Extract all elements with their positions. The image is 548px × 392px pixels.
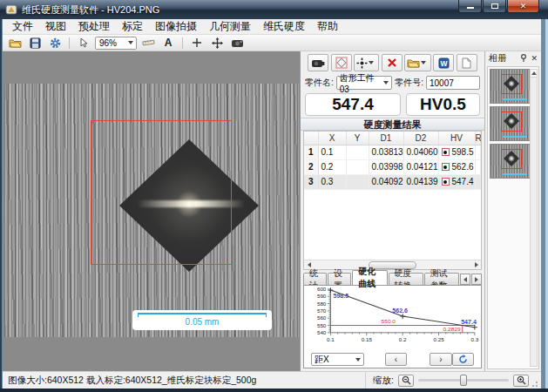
zoom-out-button[interactable] bbox=[398, 375, 414, 387]
part-name-select[interactable]: 齿形工件03 bbox=[336, 76, 392, 90]
thumb-scale-bar bbox=[503, 136, 527, 138]
column-header[interactable] bbox=[304, 132, 318, 145]
svg-text:547.4: 547.4 bbox=[461, 319, 477, 325]
save-button[interactable] bbox=[26, 36, 44, 51]
indent-marker-icon bbox=[442, 178, 450, 186]
select-cursor-button[interactable] bbox=[75, 36, 92, 51]
export-word-button[interactable]: W bbox=[433, 54, 454, 71]
thumb-roi-box bbox=[501, 149, 522, 169]
measurement-roi-box[interactable] bbox=[91, 120, 232, 265]
album-thumbnail[interactable] bbox=[490, 106, 531, 141]
maximize-button[interactable] bbox=[483, 0, 506, 13]
new-report-button[interactable] bbox=[457, 54, 477, 71]
zoom-select[interactable]: 96% bbox=[95, 37, 137, 50]
zoom-slider-thumb[interactable] bbox=[460, 375, 467, 386]
album-scrollbar[interactable] bbox=[530, 69, 538, 367]
album-thumbnail[interactable] bbox=[490, 144, 531, 179]
open-report-button[interactable] bbox=[404, 54, 431, 71]
delete-point-button[interactable] bbox=[382, 54, 403, 71]
open-file-button[interactable] bbox=[6, 36, 24, 51]
tab-scroll-left[interactable] bbox=[463, 277, 467, 282]
indent-marker-icon bbox=[442, 148, 450, 156]
cell-hv: 598.5 bbox=[438, 145, 475, 159]
rp-checkbox[interactable] bbox=[482, 177, 483, 186]
axis-select[interactable]: 距X bbox=[311, 353, 364, 366]
cell-d1: 0.04092 bbox=[369, 174, 403, 189]
menu-item-calibrate[interactable]: 标定 bbox=[116, 18, 149, 35]
table-row[interactable]: 30.30.040920.04139547.4 bbox=[304, 174, 481, 189]
column-header[interactable]: HV bbox=[438, 132, 475, 145]
svg-text:0.2: 0.2 bbox=[399, 337, 407, 343]
cell-x: 0.2 bbox=[318, 159, 346, 174]
indent-marker-icon bbox=[442, 163, 450, 171]
menu-item-preprocess[interactable]: 预处理 bbox=[72, 18, 116, 35]
cell-d2: 0.04121 bbox=[403, 159, 438, 174]
refresh-chart-button[interactable] bbox=[452, 353, 474, 366]
title-bar[interactable]: 维氏硬度测量软件 - HV204.PNG ✕ bbox=[0, 0, 548, 19]
tab-scroll-right-button[interactable] bbox=[471, 274, 482, 285]
main-toolbar: 96% A bbox=[3, 35, 541, 51]
zoom-in-button[interactable] bbox=[513, 375, 529, 387]
zoom-control: 缩放: bbox=[365, 372, 541, 389]
svg-text:550.0: 550.0 bbox=[382, 318, 396, 324]
column-header[interactable]: X bbox=[318, 132, 346, 145]
column-header[interactable]: D1 bbox=[369, 132, 403, 145]
column-header[interactable]: RP bbox=[475, 132, 481, 145]
text-annotation-button[interactable]: A bbox=[159, 36, 177, 51]
tab-settings[interactable]: 设置 bbox=[328, 273, 351, 285]
menu-item-image-capture[interactable]: 图像拍摄 bbox=[149, 18, 203, 35]
zoom-slider[interactable] bbox=[418, 379, 509, 382]
svg-text:562.6: 562.6 bbox=[392, 308, 408, 314]
hardening-curve-page: 5405505605705805906000.10.150.20.250.355… bbox=[303, 285, 482, 368]
next-point-button[interactable]: › bbox=[430, 353, 451, 366]
rp-checkbox[interactable] bbox=[482, 162, 483, 172]
menu-item-view[interactable]: 视图 bbox=[39, 18, 72, 35]
svg-text:570: 570 bbox=[317, 308, 327, 314]
rp-checkbox[interactable] bbox=[482, 147, 483, 157]
part-number-input[interactable] bbox=[426, 76, 480, 90]
table-row[interactable]: 10.10.038130.04060598.5 bbox=[304, 145, 481, 159]
table-row[interactable]: 20.20.039980.04121562.6 bbox=[304, 159, 481, 174]
close-button[interactable]: ✕ bbox=[507, 0, 539, 13]
tab-scroll-right[interactable] bbox=[475, 277, 478, 282]
row-index: 3 bbox=[304, 174, 318, 189]
tab-stats[interactable]: 统计 bbox=[303, 273, 327, 285]
settings-gear-button[interactable] bbox=[46, 36, 64, 51]
hv-value: 547.4 bbox=[452, 177, 474, 186]
measure-ruler-button[interactable] bbox=[139, 36, 157, 51]
snapshot-camera-button[interactable] bbox=[308, 54, 328, 71]
tab-hardness-convert[interactable]: 硬度转换 bbox=[389, 273, 423, 285]
tab-hardening-curve[interactable]: 硬化曲线 bbox=[352, 270, 387, 285]
cell-rp bbox=[475, 174, 481, 189]
menu-item-file[interactable]: 文件 bbox=[6, 18, 39, 35]
auto-measure-button[interactable] bbox=[354, 54, 379, 71]
menu-item-help[interactable]: 帮助 bbox=[311, 18, 344, 35]
app-window: 维氏硬度测量软件 - HV204.PNG ✕ 文件视图预处理标定图像拍摄几何测量… bbox=[0, 0, 548, 392]
scroll-right-arrow[interactable] bbox=[471, 260, 481, 270]
move-tool-button[interactable] bbox=[208, 36, 226, 51]
close-panel-icon[interactable]: ✕ bbox=[531, 54, 538, 63]
image-viewer[interactable]: 0.05 mm bbox=[3, 51, 301, 371]
scroll-up-arrow[interactable] bbox=[531, 70, 537, 78]
thumb-scale-bar bbox=[503, 173, 527, 175]
minimize-button[interactable] bbox=[458, 0, 482, 13]
detect-indentation-button[interactable] bbox=[331, 54, 352, 71]
svg-text:598.5: 598.5 bbox=[333, 293, 348, 299]
resize-grip[interactable] bbox=[531, 379, 540, 388]
column-header[interactable]: Y bbox=[346, 132, 369, 145]
cell-hv: 547.4 bbox=[438, 174, 475, 189]
menu-item-vickers-hardness[interactable]: 维氏硬度 bbox=[257, 18, 311, 35]
prev-point-button[interactable]: ‹ bbox=[385, 353, 407, 366]
tab-test-params[interactable]: 测试参数 bbox=[424, 273, 459, 285]
tab-scroll-left-button[interactable] bbox=[460, 274, 470, 285]
table-horizontal-scrollbar[interactable] bbox=[304, 260, 481, 269]
pin-icon[interactable] bbox=[520, 54, 528, 64]
cell-rp bbox=[475, 159, 481, 174]
menu-item-geometry-measure[interactable]: 几何测量 bbox=[203, 18, 257, 35]
point-measure-button[interactable] bbox=[188, 36, 206, 51]
scale-bar: 0.05 mm bbox=[132, 310, 272, 330]
album-thumbnail[interactable] bbox=[490, 69, 531, 104]
capture-image-button[interactable] bbox=[228, 36, 246, 51]
column-header[interactable]: D2 bbox=[403, 132, 438, 145]
cell-y bbox=[346, 159, 369, 174]
